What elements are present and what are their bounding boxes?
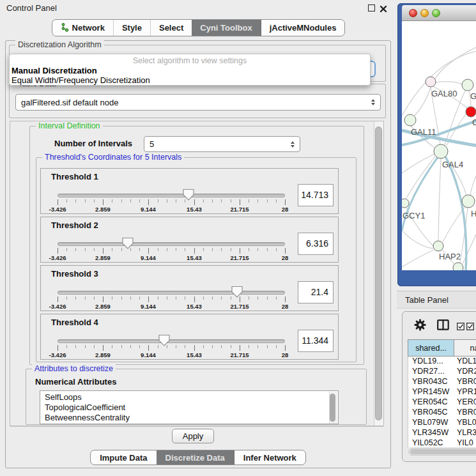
column-header-name[interactable]: na [454, 339, 476, 357]
float-icon[interactable] [368, 4, 375, 12]
network-nodes[interactable]: GAL80GACGAL11GAL4GCY1HHAP2 [402, 77, 476, 270]
tab-select[interactable]: Select [151, 20, 192, 36]
table-body: YDL19...YDL1YDR27...YDR2YBR043CYBR0YPR14… [408, 357, 476, 447]
network-node[interactable] [433, 241, 443, 251]
tab-style-label: Style [122, 23, 142, 33]
network-window-titlebar[interactable] [402, 5, 476, 21]
table-row[interactable]: YIL052CYIL0 [408, 438, 476, 447]
threshold-2-slider[interactable] [58, 242, 285, 246]
number-of-intervals-combobox[interactable]: 5 [144, 136, 300, 152]
table-cell: YPR1 [455, 387, 476, 397]
horizontal-scrollbar[interactable] [408, 448, 476, 456]
threshold-1-label: Threshold 1 [51, 172, 98, 181]
tick-label: 15.43 [187, 254, 202, 261]
dropdown-prompt: Select algorithm to view settings [10, 56, 370, 65]
table-cell: YIL052C [408, 438, 455, 447]
tab-impute-data[interactable]: Impute Data [91, 450, 156, 464]
table-cell: YDL19... [408, 357, 455, 367]
threshold-1-slider-thumb[interactable] [182, 188, 195, 201]
network-canvas[interactable]: GAL80GACGAL11GAL4GCY1HHAP2 [402, 21, 476, 270]
dropdown-option-equal-width[interactable]: Equal Width/Frequency Discretization [12, 75, 150, 85]
network-graph: GAL80GACGAL11GAL4GCY1HHAP2 [402, 21, 476, 270]
network-node[interactable] [462, 195, 475, 208]
list-scrollbar-thumb[interactable] [330, 394, 335, 422]
table-data-combobox[interactable]: galFiltered.sif default node [15, 94, 381, 111]
table-cell: YLR345W [408, 428, 455, 438]
threshold-4-slider[interactable] [58, 339, 285, 343]
tab-cyni-toolbox[interactable]: Cyni Toolbox [192, 20, 261, 36]
split-view-icon[interactable] [437, 319, 449, 333]
threshold-2-panel: Threshold 2 -3.426 2.859 9.144 15.43 21.… [40, 217, 339, 263]
table-row[interactable]: YDR27...YDR2 [408, 367, 476, 377]
gear-icon[interactable] [414, 319, 426, 334]
table-cell: YDR2 [455, 367, 476, 377]
attributes-legend: Attributes to discretize [32, 364, 116, 373]
network-node[interactable] [466, 107, 476, 117]
threshold-4-value-field[interactable]: 11.344 [298, 330, 334, 352]
table-cell: YPR145W [408, 387, 455, 397]
network-node[interactable] [462, 79, 473, 91]
table-row[interactable]: YLR345WYLR3 [408, 428, 476, 438]
network-node[interactable] [404, 114, 416, 126]
threshold-3-panel: Threshold 3 -3.426 2.859 9.144 15.43 21.… [40, 265, 339, 311]
table-cell: YDR27... [408, 367, 455, 377]
tick-label: 15.43 [187, 206, 202, 213]
network-node[interactable] [426, 77, 436, 87]
tab-style[interactable]: Style [114, 20, 151, 36]
checkbox-checked-icon[interactable] [457, 321, 464, 333]
close-icon[interactable] [380, 4, 387, 15]
threshold-3-value-field[interactable]: 21.4 [298, 281, 334, 303]
vertical-scrollbar-thumb[interactable] [375, 127, 382, 420]
tab-network[interactable]: Network [52, 20, 114, 36]
list-item-selfloops[interactable]: SelfLoops [40, 391, 338, 401]
threshold-2-slider-thumb[interactable] [121, 237, 134, 250]
algorithm-dropdown-popup: Select algorithm to view settings Manual… [9, 54, 371, 86]
control-panel-title: Control Panel [6, 3, 57, 13]
table-row[interactable]: YBL079WYBL0 [408, 418, 476, 428]
close-traffic-light-icon[interactable] [409, 9, 417, 17]
zoom-traffic-light-icon[interactable] [432, 9, 440, 17]
list-item-topologicalcoefficient[interactable]: TopologicalCoefficient [40, 401, 338, 411]
tab-jactivemnodules[interactable]: jActiveMNodules [261, 20, 345, 36]
threshold-1-value-field[interactable]: 14.713 [298, 184, 334, 206]
apply-button[interactable]: Apply [172, 429, 214, 443]
tab-infer-network-label: Infer Network [243, 453, 296, 463]
tick-label: -3.426 [49, 206, 66, 213]
table-row[interactable]: YDL19...YDL1 [408, 357, 476, 367]
table-cell: YER054C [408, 397, 455, 408]
threshold-3-slider[interactable] [58, 291, 285, 295]
network-window[interactable]: GAL80GACGAL11GAL4GCY1HHAP2 [397, 3, 476, 286]
control-panel-tabbar: Network Style Select Cyni Toolbox jActiv… [0, 19, 397, 36]
horizontal-scrollbar-thumb[interactable] [410, 449, 476, 454]
table-cell: YBR043C [408, 377, 455, 387]
tick-label: 28 [282, 206, 289, 213]
table-row[interactable]: YPR145WYPR1 [408, 387, 476, 397]
dropdown-option-manual-discretization[interactable]: Manual Discretization [12, 66, 97, 75]
threshold-4-slider-thumb[interactable] [158, 334, 171, 347]
table-row[interactable]: YER054CYER0 [408, 397, 476, 408]
threshold-3-slider-thumb[interactable] [231, 286, 243, 298]
network-node[interactable] [453, 263, 463, 270]
tick-label: -3.426 [49, 303, 66, 310]
network-node[interactable] [434, 144, 448, 158]
tick-label: 21.715 [230, 254, 249, 261]
tick-label: 2.859 [95, 303, 111, 310]
threshold-1-slider[interactable] [58, 194, 285, 197]
tick-label: 28 [282, 254, 289, 261]
tick-label: 21.715 [230, 351, 249, 358]
tab-infer-network[interactable]: Infer Network [234, 450, 305, 464]
network-node[interactable] [402, 199, 409, 208]
tick-label: 28 [282, 303, 289, 310]
minimize-traffic-light-icon[interactable] [420, 9, 429, 17]
table-row[interactable]: YBR043CYBR0 [408, 377, 476, 387]
node-label: H [471, 209, 476, 219]
column-header-shared-name[interactable]: shared... [408, 339, 454, 357]
table-cell: YBL0 [455, 418, 476, 428]
table-row[interactable]: YBR045CYBR0 [408, 408, 476, 418]
list-scrollbar[interactable] [329, 392, 337, 424]
thresholds-legend: Threshold's Coordinates for 5 Intervals [42, 153, 184, 162]
threshold-2-value-field[interactable]: 6.316 [298, 233, 334, 255]
tab-discretize-data[interactable]: Discretize Data [157, 450, 234, 464]
checkbox-checked-icon[interactable] [466, 321, 474, 333]
list-item-betweennesscentrality[interactable]: BetweennessCentrality [40, 411, 338, 422]
